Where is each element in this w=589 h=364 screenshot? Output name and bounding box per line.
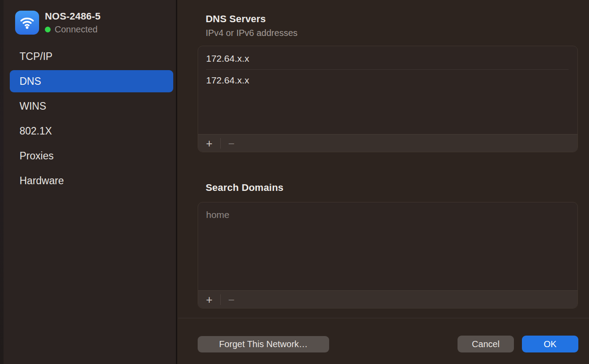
network-name: NOS-2486-5 — [45, 11, 101, 22]
add-dns-server-button[interactable]: + — [198, 135, 220, 152]
forget-network-button[interactable]: Forget This Network… — [198, 336, 329, 352]
ok-button[interactable]: OK — [522, 336, 578, 352]
footer-divider — [178, 318, 589, 318]
search-domain-row[interactable]: home — [198, 204, 577, 226]
network-status: Connected — [45, 24, 101, 35]
dns-servers-list: 172.64.x.x 172.64.x.x — [198, 46, 577, 91]
wifi-icon — [15, 11, 39, 35]
dns-server-row[interactable]: 172.64.x.x — [198, 70, 577, 91]
main-pane: DNS Servers IPv4 or IPv6 addresses 172.6… — [178, 0, 589, 364]
network-info: NOS-2486-5 Connected — [45, 11, 101, 35]
sidebar-item-dns[interactable]: DNS — [10, 70, 173, 92]
search-domains-title: Search Domains — [206, 182, 283, 194]
add-search-domain-button[interactable]: + — [198, 291, 220, 308]
dns-servers-header: DNS Servers IPv4 or IPv6 addresses — [206, 13, 298, 38]
window-edge — [0, 0, 4, 364]
dns-servers-list-toolbar: + − — [198, 134, 577, 152]
dns-server-row[interactable]: 172.64.x.x — [198, 48, 577, 69]
dns-servers-list-box: 172.64.x.x 172.64.x.x + − — [198, 46, 578, 152]
cancel-button[interactable]: Cancel — [458, 336, 514, 352]
connected-dot-icon — [45, 27, 51, 32]
remove-search-domain-button[interactable]: − — [221, 291, 242, 308]
remove-dns-server-button[interactable]: − — [221, 135, 242, 152]
sidebar-nav: TCP/IP DNS WINS 802.1X Proxies Hardware — [10, 45, 173, 194]
dns-servers-title: DNS Servers — [206, 13, 298, 25]
sidebar-item-proxies[interactable]: Proxies — [10, 145, 173, 167]
sidebar-item-tcpip[interactable]: TCP/IP — [10, 45, 173, 67]
search-domains-list: home — [198, 202, 577, 226]
sidebar-item-wins[interactable]: WINS — [10, 95, 173, 117]
sidebar-item-8021x[interactable]: 802.1X — [10, 120, 173, 142]
dns-servers-subtitle: IPv4 or IPv6 addresses — [206, 28, 298, 38]
search-domains-header: Search Domains — [206, 182, 283, 194]
search-domains-list-box: home + − — [198, 202, 578, 309]
network-status-label: Connected — [55, 24, 98, 35]
wifi-network-details-dialog: NOS-2486-5 Connected TCP/IP DNS WINS 802… — [0, 0, 589, 364]
sidebar-item-hardware[interactable]: Hardware — [10, 170, 173, 192]
network-header: NOS-2486-5 Connected — [15, 11, 101, 35]
sidebar: NOS-2486-5 Connected TCP/IP DNS WINS 802… — [4, 0, 177, 364]
search-domains-list-toolbar: + − — [198, 290, 577, 308]
